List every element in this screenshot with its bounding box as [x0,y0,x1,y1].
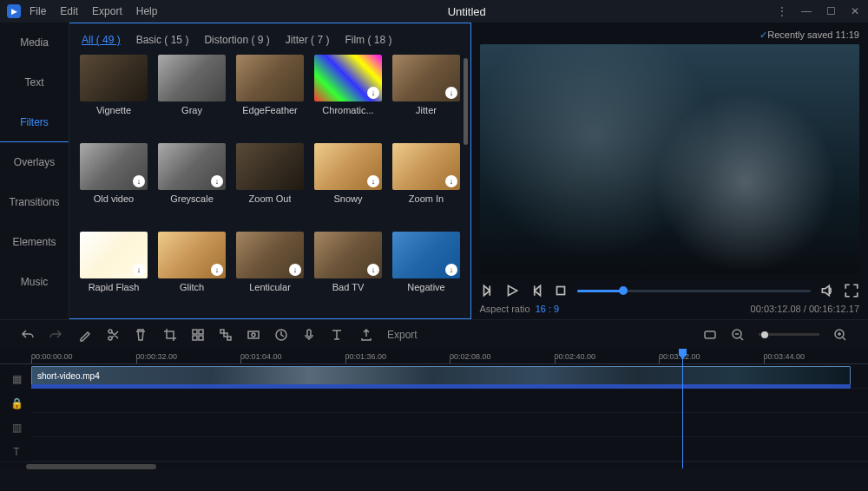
sidebar-item-music[interactable]: Music [0,262,69,302]
filter-tab[interactable]: Basic ( 15 ) [136,34,189,46]
filter-thumbnail[interactable]: ↓ [314,143,382,190]
filter-tab[interactable]: Jitter ( 7 ) [286,34,330,46]
filter-item[interactable]: ↓Greyscale [158,143,226,223]
menu-edit[interactable]: Edit [60,5,78,17]
filter-thumbnail[interactable]: ↓ [80,143,148,190]
filter-item[interactable]: ↓Jitter [392,55,460,134]
download-icon[interactable]: ↓ [445,264,457,276]
filter-thumbnail[interactable]: ↓ [314,232,382,278]
minimize-icon[interactable]: — [800,5,812,17]
scrollbar[interactable] [464,58,468,145]
redo-icon[interactable] [49,328,62,342]
app-icon: ▶ [7,4,21,18]
track-row[interactable] [31,437,868,462]
sidebar-item-overlays[interactable]: Overlays [0,142,69,182]
delete-icon[interactable] [134,328,148,342]
crop-icon[interactable] [163,328,177,342]
filter-thumbnail[interactable]: ↓ [392,232,460,278]
split-icon[interactable] [106,328,120,342]
filter-item[interactable]: ↓Rapid Flash [80,232,148,311]
filter-item[interactable]: ↓Lenticular [236,232,304,311]
filter-tab[interactable]: Distortion ( 9 ) [204,34,269,46]
menu-help[interactable]: Help [136,5,158,17]
playhead[interactable] [682,349,683,468]
filter-item[interactable]: EdgeFeather [236,55,304,134]
sidebar-item-elements[interactable]: Elements [0,222,69,262]
video-track[interactable]: short-video.mp4 [31,364,868,389]
filter-item[interactable]: ↓Snowy [314,143,382,223]
download-icon[interactable]: ↓ [445,175,457,187]
download-icon[interactable]: ↓ [445,87,457,99]
timeline-scrollbar[interactable] [0,462,868,468]
filter-item[interactable]: ↓Old video [80,143,148,223]
duration-icon[interactable] [274,328,288,342]
filter-thumbnail[interactable]: ↓ [158,232,226,278]
seek-bar[interactable] [577,290,812,292]
next-frame-button[interactable] [529,283,544,298]
filter-thumbnail[interactable]: ↓ [80,232,148,278]
maximize-icon[interactable]: ☐ [825,5,837,17]
timeline-ruler[interactable]: 00:00:00.0000:00:32.0000:01:04.0000:01:3… [0,349,868,364]
filter-item[interactable]: ↓Negative [392,232,460,311]
download-icon[interactable]: ↓ [367,87,379,99]
text-tool-icon[interactable] [330,328,344,342]
sidebar-item-transitions[interactable]: Transitions [0,182,69,222]
download-icon[interactable]: ↓ [133,175,145,187]
more-icon[interactable]: ⋮ [776,5,788,17]
download-icon[interactable]: ↓ [367,175,379,187]
filter-item[interactable]: ↓Zoom In [392,143,460,223]
grid-icon[interactable] [219,328,233,342]
menu-file[interactable]: File [30,5,46,17]
filter-thumbnail[interactable] [158,55,226,101]
mosaic-icon[interactable] [191,328,205,342]
filter-thumbnail[interactable]: ↓ [314,55,382,101]
download-icon[interactable]: ↓ [133,264,145,276]
filter-thumbnail[interactable]: ↓ [236,232,304,278]
export-button[interactable]: Export [359,328,418,342]
stop-button[interactable] [553,283,569,298]
filter-thumbnail[interactable] [236,55,304,101]
lock-icon[interactable]: 🔒 [10,394,23,413]
filter-thumbnail[interactable] [236,143,304,190]
volume-icon[interactable] [819,283,835,298]
edit-icon[interactable] [78,328,92,342]
sidebar-item-media[interactable]: Media [0,23,69,62]
freeze-icon[interactable] [247,328,260,342]
zoom-in-icon[interactable] [833,328,847,342]
zoom-out-icon[interactable] [731,328,745,342]
filter-tab[interactable]: Film ( 18 ) [345,34,391,46]
filter-thumbnail[interactable]: ↓ [392,143,460,190]
video-clip[interactable]: short-video.mp4 [31,366,851,386]
filter-item[interactable]: Gray [158,55,226,134]
filter-tab[interactable]: All ( 49 ) [82,34,121,46]
video-preview[interactable] [480,44,860,274]
filter-thumbnail[interactable]: ↓ [392,55,460,101]
voiceover-icon[interactable] [302,328,316,342]
download-icon[interactable]: ↓ [289,264,301,276]
filter-item[interactable]: Vignette [80,55,148,134]
download-icon[interactable]: ↓ [211,175,223,187]
download-icon[interactable]: ↓ [367,264,379,276]
close-icon[interactable]: ✕ [849,5,861,17]
filter-item[interactable]: ↓Bad TV [314,232,382,311]
track-row[interactable] [31,413,868,437]
zoom-slider[interactable] [759,333,819,336]
track-row[interactable] [31,389,868,413]
prev-frame-button[interactable] [480,283,496,298]
overlay-track-icon[interactable]: ▥ [12,418,22,437]
sidebar-item-filters[interactable]: Filters [0,102,69,142]
play-button[interactable] [504,283,520,298]
filter-thumbnail[interactable] [80,55,148,101]
sidebar-item-text[interactable]: Text [0,62,69,102]
filter-thumbnail[interactable]: ↓ [158,143,226,190]
menu-export[interactable]: Export [92,5,122,17]
text-track-icon[interactable]: T [13,442,19,462]
filter-item[interactable]: ↓Glitch [158,232,226,311]
undo-icon[interactable] [21,328,35,342]
filter-item[interactable]: Zoom Out [236,143,304,223]
filter-item[interactable]: ↓Chromatic... [314,55,382,134]
download-icon[interactable]: ↓ [211,264,223,276]
video-track-icon[interactable]: ▦ [12,370,22,389]
fit-icon[interactable] [703,328,717,342]
fullscreen-icon[interactable] [844,283,859,298]
